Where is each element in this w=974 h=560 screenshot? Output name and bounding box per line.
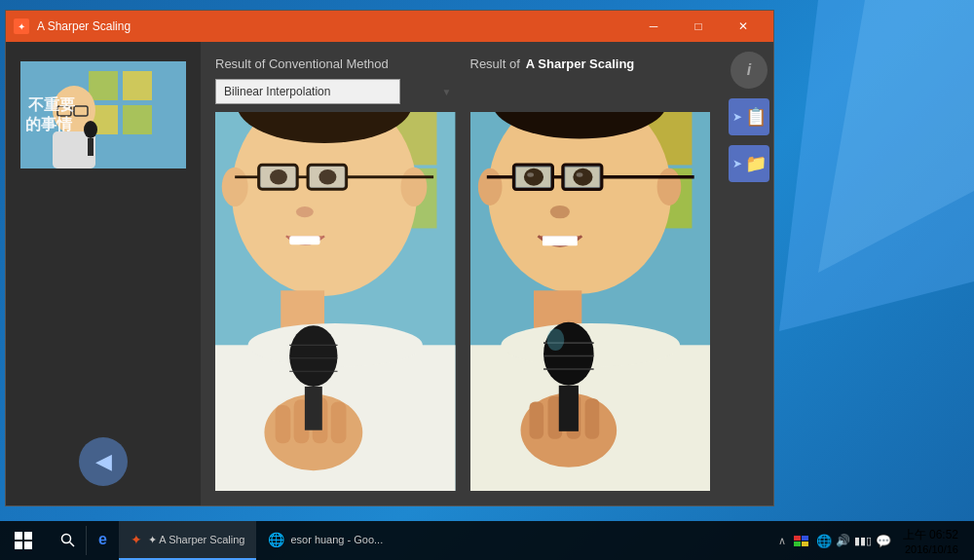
main-content: Result of Conventional Method Bilinear I… xyxy=(201,42,725,505)
chrome-taskbar-label: esor huang - Goo... xyxy=(290,534,383,545)
volume-icon: 🔊 xyxy=(836,534,850,547)
svg-rect-76 xyxy=(584,398,599,438)
svg-rect-11 xyxy=(88,138,94,156)
svg-rect-33 xyxy=(289,236,319,244)
svg-text:不重要: 不重要 xyxy=(27,95,76,113)
sharper-scaling-taskbar-icon: ✦ xyxy=(131,532,142,547)
svg-rect-46 xyxy=(305,387,322,430)
svg-text:的事情: 的事情 xyxy=(25,116,73,132)
header-spacer xyxy=(470,79,711,104)
svg-point-20 xyxy=(222,168,248,206)
svg-rect-41 xyxy=(331,402,347,444)
close-button[interactable]: ✕ xyxy=(721,11,766,42)
taskbar-clock[interactable]: 上午 06:52 2016/10/16 xyxy=(895,527,966,555)
taskbar-item-edge[interactable]: e xyxy=(87,521,119,560)
right-panel-app-name: A Sharper Scaling xyxy=(526,56,635,71)
taskbar-item-chrome[interactable]: 🌐 esor huang - Goo... xyxy=(256,521,394,560)
svg-point-81 xyxy=(546,329,564,351)
info-button[interactable]: i xyxy=(730,52,768,89)
start-button[interactable] xyxy=(0,521,47,560)
left-panel-title: Result of Conventional Method xyxy=(215,56,389,71)
battery-icon: ▮▮▯ xyxy=(854,535,872,547)
left-sidebar: 不重要 的事情 ◀ xyxy=(6,42,201,505)
svg-rect-1 xyxy=(89,71,118,100)
clipboard-icon: 📋 xyxy=(745,106,767,128)
svg-point-67 xyxy=(549,205,569,218)
svg-rect-4 xyxy=(123,105,152,134)
taskbar-time-display: 上午 06:52 xyxy=(903,527,958,543)
svg-point-63 xyxy=(523,168,543,186)
save-folder-button[interactable]: ➤ 📁 xyxy=(729,145,769,182)
app-body: 不重要 的事情 ◀ Result of Conventional Method … xyxy=(6,42,773,505)
app-window: ✦ A Sharper Scaling ─ □ ✕ xyxy=(5,10,774,506)
svg-point-66 xyxy=(576,172,582,176)
svg-point-31 xyxy=(318,169,336,185)
minimize-button[interactable]: ─ xyxy=(631,11,676,42)
title-bar: ✦ A Sharper Scaling ─ □ ✕ xyxy=(6,11,773,42)
window-controls: ─ □ ✕ xyxy=(631,11,766,42)
chrome-icon: 🌐 xyxy=(268,532,284,547)
back-button[interactable]: ◀ xyxy=(79,437,128,486)
arrow-right-icon-2: ➤ xyxy=(732,157,742,170)
left-result-image xyxy=(215,112,456,491)
copy-clipboard-button[interactable]: ➤ 📋 xyxy=(729,98,769,135)
svg-point-65 xyxy=(527,172,534,176)
maximize-button[interactable]: □ xyxy=(676,11,721,42)
search-icon xyxy=(60,533,76,548)
taskbar-item-sharper-scaling[interactable]: ✦ ✦ A Sharper Scaling xyxy=(119,521,257,560)
sharper-scaling-taskbar-label: ✦ A Sharper Scaling xyxy=(148,534,245,546)
svg-rect-2 xyxy=(123,71,152,100)
method-dropdown-container[interactable]: Bilinear Interpolation Bicubic Interpola… xyxy=(215,79,456,104)
svg-line-84 xyxy=(70,542,75,547)
right-result-image xyxy=(470,112,711,491)
network-icon: 🌐 xyxy=(816,534,832,548)
notification-icon[interactable]: 💬 xyxy=(876,534,891,548)
source-thumbnail: 不重要 的事情 xyxy=(20,61,186,168)
app-icon: ✦ xyxy=(14,19,29,34)
svg-point-30 xyxy=(270,169,287,185)
svg-rect-38 xyxy=(276,405,291,443)
svg-rect-68 xyxy=(542,236,577,245)
svg-point-83 xyxy=(62,535,71,543)
dropdown-arrow-icon: ▼ xyxy=(442,87,452,97)
language-indicator-icon xyxy=(794,536,808,546)
svg-point-10 xyxy=(84,121,97,138)
taskbar: e ✦ ✦ A Sharper Scaling 🌐 esor huang - G… xyxy=(0,521,974,560)
left-panel-header: Result of Conventional Method xyxy=(215,56,456,71)
svg-point-64 xyxy=(573,168,592,186)
left-result-panel: Result of Conventional Method Bilinear I… xyxy=(215,56,456,491)
svg-point-54 xyxy=(656,168,681,205)
right-panel-result-text: Result of xyxy=(470,56,520,71)
arrow-right-icon: ➤ xyxy=(732,110,742,124)
right-result-panel: Result of A Sharper Scaling xyxy=(470,56,711,491)
svg-point-42 xyxy=(289,325,337,387)
svg-rect-73 xyxy=(529,402,543,439)
svg-point-32 xyxy=(296,206,314,217)
cortana-search-button[interactable] xyxy=(51,521,86,560)
thumbnail-image: 不重要 的事情 xyxy=(20,61,186,168)
svg-point-21 xyxy=(400,168,427,206)
right-image-display xyxy=(470,112,711,491)
tray-chevron[interactable]: ∧ xyxy=(778,535,786,547)
tray-icons: ∧ 🌐 🔊 ▮▮▯ 💬 xyxy=(774,534,895,548)
taskbar-date-display: 2016/10/16 xyxy=(903,543,958,555)
svg-point-53 xyxy=(477,168,502,205)
right-sidebar: i ➤ 📋 ➤ 📁 xyxy=(725,42,773,505)
left-image-display xyxy=(215,112,456,491)
window-title: A Sharper Scaling xyxy=(37,19,631,33)
windows-logo-icon xyxy=(15,532,32,549)
edge-icon: e xyxy=(98,531,107,548)
svg-rect-82 xyxy=(558,386,578,431)
folder-icon: 📁 xyxy=(745,153,767,174)
right-panel-header: Result of A Sharper Scaling xyxy=(470,56,711,71)
method-select[interactable]: Bilinear Interpolation Bicubic Interpola… xyxy=(215,79,400,104)
